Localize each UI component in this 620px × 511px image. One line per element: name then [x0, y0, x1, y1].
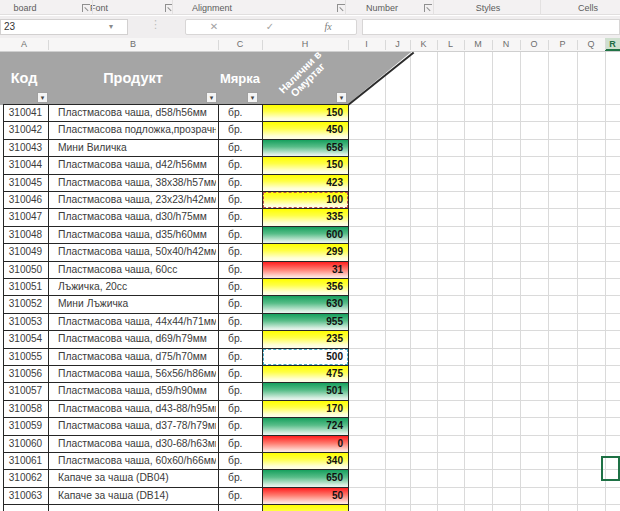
- code-cell[interactable]: 310057: [3, 383, 48, 399]
- unit-cell[interactable]: бр.: [228, 331, 262, 347]
- product-cell[interactable]: Пластмасова чаша, 38x38/h57мм: [58, 175, 216, 191]
- product-cell[interactable]: [58, 505, 216, 511]
- product-cell[interactable]: Пластмасова чаша, 60x60/h66мм: [58, 453, 216, 469]
- quantity-cell[interactable]: 650: [263, 470, 348, 486]
- table-row[interactable]: 310055 Пластмасова чаша, d75/h70мм бр. 5…: [3, 349, 348, 366]
- table-row[interactable]: 310046 Пластмасова чаша, 23x23/h42мм бр.…: [3, 192, 348, 209]
- product-cell[interactable]: Пластмасова чаша, 56x56/h86мм: [58, 366, 216, 382]
- table-row[interactable]: 310051 Лъжичка, 20cc бр. 356: [3, 279, 348, 296]
- sheet-grid[interactable]: Код Продукт Мярка Налични в Омуртаг ▾ ▾ …: [0, 52, 620, 511]
- unit-cell[interactable]: бр.: [228, 436, 262, 452]
- column-header-K[interactable]: K: [410, 38, 437, 51]
- quantity-cell[interactable]: 955: [263, 314, 348, 330]
- unit-cell[interactable]: бр.: [228, 453, 262, 469]
- column-header-R[interactable]: R: [605, 38, 620, 51]
- quantity-cell[interactable]: 600: [263, 227, 348, 243]
- header-cell-product[interactable]: Продукт: [103, 70, 163, 86]
- quantity-cell[interactable]: 450: [263, 122, 348, 138]
- product-cell[interactable]: Пластмасова чаша, d75/h70мм: [58, 349, 216, 365]
- unit-cell[interactable]: бр.: [228, 349, 262, 365]
- unit-cell[interactable]: бр.: [228, 105, 262, 121]
- quantity-cell[interactable]: 630: [263, 296, 348, 312]
- table-row[interactable]: [3, 505, 348, 511]
- header-cell-unit[interactable]: Мярка: [220, 71, 260, 86]
- product-cell[interactable]: Пластмасова чаша, d37-78/h79мм: [58, 418, 216, 434]
- unit-cell[interactable]: бр.: [228, 279, 262, 295]
- unit-cell[interactable]: бр.: [228, 122, 262, 138]
- unit-cell[interactable]: бр.: [228, 418, 262, 434]
- unit-cell[interactable]: бр.: [228, 383, 262, 399]
- code-cell[interactable]: 310043: [3, 140, 48, 156]
- quantity-cell[interactable]: 475: [263, 366, 348, 382]
- unit-cell[interactable]: бр.: [228, 488, 262, 504]
- unit-cell[interactable]: бр.: [228, 209, 262, 225]
- table-row[interactable]: 310042 Пластмасова подложка,прозрачна бр…: [3, 122, 348, 139]
- quantity-cell[interactable]: 500: [263, 349, 348, 365]
- unit-cell[interactable]: бр.: [228, 244, 262, 260]
- unit-cell[interactable]: бр.: [228, 140, 262, 156]
- unit-cell[interactable]: [228, 505, 262, 511]
- table-row[interactable]: 310062 Капаче за чаша (DB04) бр. 650: [3, 470, 348, 487]
- quantity-cell[interactable]: 340: [263, 453, 348, 469]
- quantity-cell[interactable]: 423: [263, 175, 348, 191]
- code-cell[interactable]: 310062: [3, 470, 48, 486]
- unit-cell[interactable]: бр.: [228, 192, 262, 208]
- unit-cell[interactable]: бр.: [228, 157, 262, 173]
- header-cell-code[interactable]: Код: [11, 70, 38, 86]
- code-cell[interactable]: 310050: [3, 262, 48, 278]
- quantity-cell[interactable]: 335: [263, 209, 348, 225]
- dialog-launcher-icon[interactable]: [424, 4, 432, 12]
- code-cell[interactable]: 310060: [3, 436, 48, 452]
- unit-cell[interactable]: бр.: [228, 314, 262, 330]
- quantity-cell[interactable]: 724: [263, 418, 348, 434]
- product-cell[interactable]: Пластмасова чаша, d30/h75мм: [58, 209, 216, 225]
- table-row[interactable]: 310056 Пластмасова чаша, 56x56/h86мм бр.…: [3, 366, 348, 383]
- dialog-launcher-icon[interactable]: [82, 4, 90, 12]
- product-cell[interactable]: Пластмасова чаша, d35/h60мм: [58, 227, 216, 243]
- table-row[interactable]: 310047 Пластмасова чаша, d30/h75мм бр. 3…: [3, 209, 348, 226]
- table-row[interactable]: 310043 Мини Виличка бр. 658: [3, 140, 348, 157]
- table-row[interactable]: 310057 Пластмасова чаша, d59/h90мм бр. 5…: [3, 383, 348, 400]
- column-header-A[interactable]: A: [0, 38, 48, 51]
- code-cell[interactable]: 310047: [3, 209, 48, 225]
- filter-button-product[interactable]: ▾: [206, 92, 217, 103]
- code-cell[interactable]: 310056: [3, 366, 48, 382]
- code-cell[interactable]: 310059: [3, 418, 48, 434]
- unit-cell[interactable]: бр.: [228, 227, 262, 243]
- quantity-cell[interactable]: [263, 505, 348, 511]
- product-cell[interactable]: Мини Виличка: [58, 140, 216, 156]
- column-header-L[interactable]: L: [437, 38, 464, 51]
- table-row[interactable]: 310063 Капаче за чаша (DB14) бр. 50: [3, 488, 348, 505]
- column-header-I[interactable]: I: [348, 38, 385, 51]
- active-cell-selection[interactable]: [601, 456, 620, 481]
- quantity-cell[interactable]: 299: [263, 244, 348, 260]
- product-cell[interactable]: Пластмасова чаша, 50x40/h42мм: [58, 244, 216, 260]
- table-row[interactable]: 310060 Пластмасова чаша, d30-68/h63мм бр…: [3, 436, 348, 453]
- product-cell[interactable]: Пластмасова чаша, 23x23/h42мм: [58, 192, 216, 208]
- table-row[interactable]: 310059 Пластмасова чаша, d37-78/h79мм бр…: [3, 418, 348, 435]
- column-header-P[interactable]: P: [548, 38, 577, 51]
- product-cell[interactable]: Лъжичка, 20cc: [58, 279, 216, 295]
- unit-cell[interactable]: бр.: [228, 175, 262, 191]
- table-row[interactable]: 310058 Пластмасова чаша, d43-88/h95мм бр…: [3, 401, 348, 418]
- enter-icon[interactable]: ✓: [260, 20, 280, 34]
- table-row[interactable]: 310061 Пластмасова чаша, 60x60/h66мм бр.…: [3, 453, 348, 470]
- quantity-cell[interactable]: 658: [263, 140, 348, 156]
- code-cell[interactable]: 310055: [3, 349, 48, 365]
- code-cell[interactable]: 310053: [3, 314, 48, 330]
- quantity-cell[interactable]: 0: [263, 436, 348, 452]
- product-cell[interactable]: Мини Лъжичка: [58, 296, 216, 312]
- table-row[interactable]: 310054 Пластмасова чаша, d69/h79мм бр. 2…: [3, 331, 348, 348]
- code-cell[interactable]: 310046: [3, 192, 48, 208]
- product-cell[interactable]: Капаче за чаша (DB04): [58, 470, 216, 486]
- table-row[interactable]: 310044 Пластмасова чаша, d42/h56мм бр. 1…: [3, 157, 348, 174]
- code-cell[interactable]: 310044: [3, 157, 48, 173]
- table-row[interactable]: 310050 Пластмасова чаша, 60cc бр. 31: [3, 262, 348, 279]
- filter-button-code[interactable]: ▾: [37, 92, 48, 103]
- chevron-down-icon[interactable]: ▾: [109, 20, 113, 34]
- cancel-icon[interactable]: ✕: [204, 20, 224, 34]
- code-cell[interactable]: 310063: [3, 488, 48, 504]
- code-cell[interactable]: 310054: [3, 331, 48, 347]
- product-cell[interactable]: Пластмасова подложка,прозрачна: [58, 122, 216, 138]
- code-cell[interactable]: 310061: [3, 453, 48, 469]
